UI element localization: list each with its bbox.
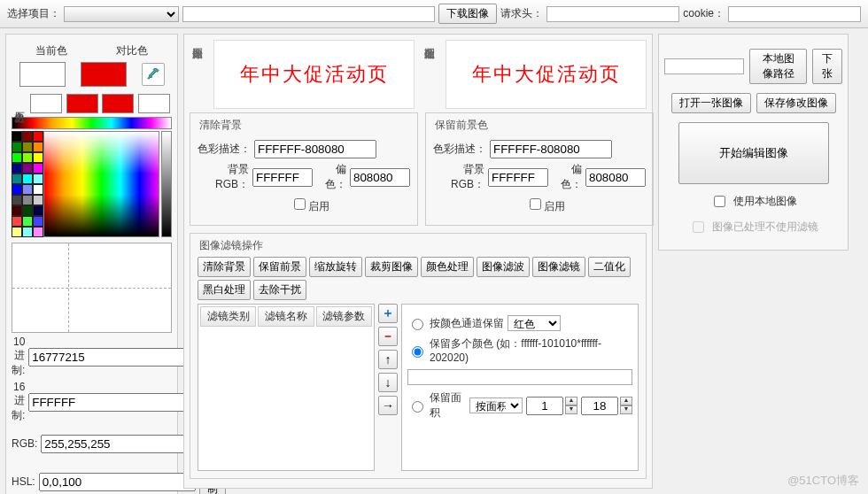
offset-label: 偏色： — [552, 162, 582, 192]
th-type: 滤镜类别 — [200, 306, 256, 327]
header-input[interactable] — [546, 6, 679, 22]
save-button[interactable]: 保存修改图像 — [756, 93, 836, 113]
area-mode-select[interactable]: 按面积 — [469, 398, 523, 413]
top-toolbar: 选择项目： 下载图像 请求头： cookie： — [0, 0, 868, 28]
history-swatch[interactable] — [138, 94, 170, 113]
keep-fg-legend: 保留前景色 — [431, 118, 492, 133]
offset-input[interactable] — [585, 168, 646, 187]
nofilter-checkbox — [693, 221, 704, 233]
th-name: 滤镜名称 — [258, 306, 314, 327]
history-swatch[interactable] — [30, 94, 62, 113]
filter-legend: 图像滤镜操作 — [196, 238, 267, 253]
header-label: 请求头： — [500, 6, 543, 21]
filter-op-button[interactable]: 图像滤镜 — [532, 257, 585, 277]
colordesc-label: 色彩描述： — [198, 142, 251, 157]
filter-op-button[interactable]: 二值化 — [588, 257, 631, 277]
dec-input[interactable] — [28, 348, 185, 367]
dec-label: 10进制: — [12, 336, 25, 378]
hsl-label: HSL: — [12, 475, 35, 488]
cookie-input[interactable] — [728, 6, 861, 22]
clear-bg-legend: 清除背景 — [196, 118, 245, 133]
zoom-preview — [12, 243, 172, 333]
right-panel: 本地图像路径下张 打开一张图像保存修改图像 开始编辑图像 使用本地图像 图像已处… — [658, 34, 849, 251]
colordesc-input[interactable] — [490, 140, 612, 158]
clear-bg-group: 清除背景 色彩描述： 背景RGB： 偏色： 启用 — [190, 112, 418, 226]
eyedropper-icon[interactable] — [142, 63, 165, 86]
hex-input[interactable] — [28, 393, 185, 412]
watermark: @51CTO博客 — [787, 473, 859, 489]
open-button[interactable]: 打开一张图像 — [671, 93, 751, 113]
current-label: 当前色 — [35, 43, 67, 58]
color-gradient[interactable] — [43, 131, 159, 237]
enable-clearbg-checkbox[interactable] — [294, 198, 306, 210]
filter-table[interactable]: 滤镜类别 滤镜名称 滤镜参数 — [198, 304, 375, 471]
bgrgb-label: 背景RGB： — [198, 162, 249, 192]
offset-label: 偏色： — [316, 162, 346, 192]
th-param: 滤镜参数 — [316, 306, 372, 327]
value-bar[interactable] — [161, 131, 172, 237]
area-min[interactable] — [526, 397, 563, 415]
colordesc-input[interactable] — [254, 140, 376, 158]
hue-bar[interactable] — [12, 117, 172, 129]
orig-label: 原始图像 — [190, 40, 205, 109]
filter-group: 图像滤镜操作 清除背景保留前景缩放旋转裁剪图像颜色处理图像滤波图像滤镜二值化黑白… — [190, 233, 647, 479]
download-button[interactable]: 下载图像 — [438, 4, 497, 24]
cookie-label: cookie： — [683, 6, 725, 21]
area-max[interactable] — [581, 397, 618, 415]
radio-area[interactable] — [412, 401, 423, 413]
bgrgb-input[interactable] — [252, 168, 313, 187]
up-button[interactable]: ↑ — [378, 350, 398, 369]
offset-input[interactable] — [350, 168, 410, 187]
filter-op-button[interactable]: 黑白处理 — [198, 280, 251, 300]
url-input[interactable] — [182, 6, 435, 22]
hsl-input[interactable] — [39, 473, 196, 491]
filter-op-button[interactable]: 图像滤波 — [477, 257, 530, 277]
contrast-label: 对比色 — [116, 43, 148, 58]
next-button[interactable]: 下张 — [812, 49, 842, 84]
filter-op-button[interactable]: 缩放旋转 — [309, 257, 362, 277]
project-select[interactable] — [64, 6, 179, 22]
radio-multicolor[interactable] — [412, 346, 423, 358]
contrast-swatch[interactable] — [81, 62, 127, 87]
history-swatch[interactable] — [102, 94, 134, 113]
proc-label: 处理后图像 — [422, 40, 437, 109]
add-button[interactable]: ＋ — [378, 304, 398, 323]
middle-panel: 原始图像 年中大促活动页 处理后图像 年中大促活动页 清除背景 色彩描述： 背景… — [183, 34, 653, 489]
rgb-input[interactable] — [41, 435, 198, 453]
filter-op-button[interactable]: 裁剪图像 — [365, 257, 418, 277]
path-input[interactable] — [664, 58, 744, 74]
down-button[interactable]: ↓ — [378, 373, 398, 392]
rules-box: 按颜色通道保留红色 保留多个颜色 (如：ffffff-101010*ffffff… — [401, 304, 639, 471]
filter-op-button[interactable]: 清除背景 — [198, 257, 251, 277]
bgrgb-label: 背景RGB： — [433, 162, 484, 192]
keep-fg-group: 保留前景色 色彩描述： 背景RGB： 偏色： 启用 — [425, 112, 654, 226]
orig-image: 年中大促活动页 — [213, 40, 415, 109]
radio-channel[interactable] — [412, 319, 423, 330]
path-button[interactable]: 本地图像路径 — [749, 49, 807, 84]
palette-grid[interactable] — [12, 131, 43, 237]
rgb-label: RGB: — [12, 437, 37, 450]
history-swatch[interactable] — [66, 94, 98, 113]
channel-select[interactable]: 红色 — [508, 315, 561, 331]
right-button[interactable]: → — [378, 396, 398, 415]
colordesc-label: 色彩描述： — [433, 142, 486, 157]
project-label: 选择项目： — [7, 6, 60, 21]
remove-button[interactable]: － — [378, 327, 398, 346]
multicolor-input[interactable] — [407, 369, 632, 385]
uselocal-checkbox[interactable] — [714, 196, 725, 207]
bgrgb-input[interactable] — [488, 168, 548, 187]
filter-op-button[interactable]: 保留前景 — [253, 257, 306, 277]
start-edit-button[interactable]: 开始编辑图像 — [678, 122, 829, 184]
filter-op-button[interactable]: 去除干扰 — [253, 280, 306, 300]
enable-keepfg-checkbox[interactable] — [530, 198, 541, 210]
spin-buttons[interactable]: ▲▼ — [565, 397, 577, 414]
current-swatch[interactable] — [19, 62, 66, 87]
proc-image: 年中大促活动页 — [446, 40, 647, 109]
filter-op-button[interactable]: 颜色处理 — [421, 257, 474, 277]
hex-label: 16进制: — [12, 381, 25, 423]
color-panel: 当前色 对比色 历史色 — [5, 34, 178, 494]
spin-buttons[interactable]: ▲▼ — [620, 397, 632, 414]
